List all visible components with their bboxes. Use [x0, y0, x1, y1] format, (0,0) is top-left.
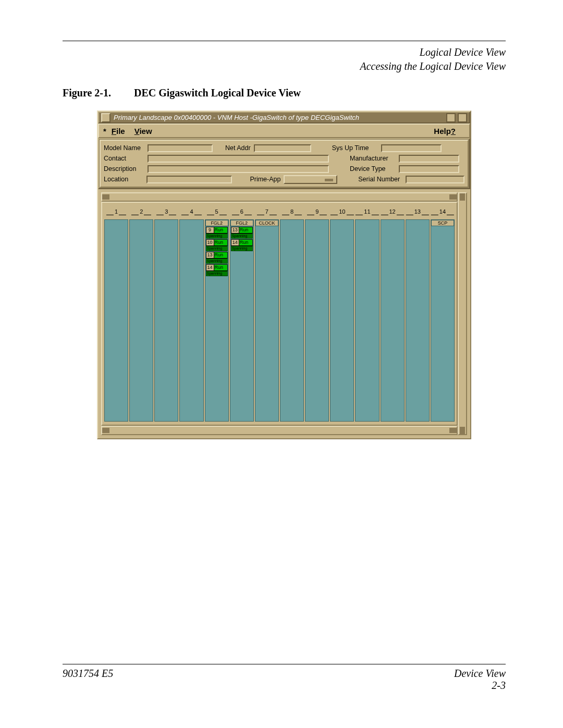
menu-file[interactable]: File: [112, 127, 125, 135]
scroll-left-icon[interactable]: [102, 428, 109, 433]
slot-3[interactable]: 3: [154, 219, 178, 422]
scroll-right-icon[interactable]: [449, 194, 457, 200]
port[interactable]: 13Run: [231, 227, 253, 233]
slot-7[interactable]: 7CLOCK: [255, 219, 279, 422]
running-header: Logical Device View Accessing the Logica…: [63, 45, 506, 73]
slot-number: 5: [215, 208, 218, 215]
port-number: 14: [231, 240, 239, 245]
field-description[interactable]: [148, 165, 329, 173]
slot-5[interactable]: 5FGL29RunSpanning10RunSpanning13RunSpann…: [205, 219, 229, 422]
scroll-up-icon[interactable]: [460, 193, 465, 201]
scroll-right-icon[interactable]: [449, 428, 457, 433]
field-manufacturer[interactable]: [399, 155, 459, 163]
scrollbar-right[interactable]: [458, 192, 467, 435]
titlebar: Primary Landscape 0x00400000 - VNM Host …: [98, 112, 470, 124]
header-section: Logical Device View: [63, 45, 506, 59]
label-contact: Contact: [104, 155, 144, 162]
slot-number: 9: [315, 208, 319, 215]
chassis-area: 12345FGL29RunSpanning10RunSpanning13RunS…: [98, 189, 470, 438]
field-net-addr[interactable]: [254, 144, 311, 152]
field-contact[interactable]: [148, 155, 329, 163]
port-status: Run: [214, 240, 227, 245]
slot-1[interactable]: 1: [104, 219, 128, 422]
menu-star[interactable]: *: [103, 127, 106, 135]
label-net-addr: Net Addr: [225, 144, 251, 152]
slot-number: 2: [140, 208, 143, 215]
menu-view[interactable]: View: [134, 127, 152, 135]
port-number: 14: [206, 265, 214, 270]
slot-2[interactable]: 2: [129, 219, 153, 422]
slot-12[interactable]: 12: [381, 219, 405, 422]
card-label: FGL2: [205, 220, 228, 226]
slot-6[interactable]: 6FGL213RunSpanning14RunSpanning: [230, 219, 254, 422]
port-status: Run: [214, 252, 227, 258]
port-spanning: Spanning: [206, 233, 228, 239]
field-model-name[interactable]: [148, 144, 213, 152]
label-sys-up-time: Sys Up Time: [332, 144, 378, 152]
field-location[interactable]: [146, 176, 232, 183]
field-sys-up-time[interactable]: [381, 144, 442, 152]
port-number: 13: [231, 227, 239, 233]
port-spanning: Spanning: [206, 271, 228, 276]
slot-number: 7: [265, 208, 268, 215]
scroll-left-icon[interactable]: [102, 194, 109, 200]
port-spanning: Spanning: [231, 233, 253, 239]
port-status: Run: [239, 240, 252, 245]
slot-10[interactable]: 10: [330, 219, 354, 422]
slot-number: 11: [364, 208, 370, 215]
field-device-type[interactable]: [399, 165, 459, 173]
footer-right-top: Device View: [454, 668, 506, 679]
slot-13[interactable]: 13: [406, 219, 430, 422]
header-rule: [63, 41, 506, 41]
card-label: FGL2: [230, 220, 253, 226]
port[interactable]: 14Run: [231, 239, 253, 246]
port-spanning: Spanning: [231, 246, 253, 251]
header-subsection: Accessing the Logical Device View: [63, 59, 506, 73]
field-serial-number[interactable]: [406, 176, 464, 183]
slot-number: 1: [115, 208, 118, 215]
port[interactable]: 10Run: [206, 239, 228, 246]
figure-caption: Figure 2-1. DEC Gigaswitch Logical Devic…: [63, 87, 506, 99]
scroll-down-icon[interactable]: [460, 427, 465, 434]
port-number: 10: [206, 240, 214, 245]
scrollbar-bottom[interactable]: [101, 426, 458, 435]
port[interactable]: 9Run: [206, 227, 228, 233]
window-maximize-button[interactable]: [458, 113, 467, 122]
port-spanning: Spanning: [206, 246, 228, 251]
label-description: Description: [104, 165, 144, 172]
label-model-name: Model Name: [104, 144, 144, 152]
port[interactable]: 14Run: [206, 264, 228, 271]
slot-number: 14: [439, 208, 446, 215]
footer-rule: [63, 664, 506, 664]
figure-title: DEC Gigaswitch Logical Device View: [134, 87, 301, 99]
footer-right-bottom: 2-3: [492, 680, 506, 691]
label-prime-app: Prime-App: [250, 176, 280, 183]
app-window: Primary Landscape 0x00400000 - VNM Host …: [97, 110, 471, 439]
info-panel-outer: Model Name Net Addr Sys Up Time Contact …: [98, 138, 470, 189]
slot-9[interactable]: 9: [305, 219, 329, 422]
scrollbar-top[interactable]: [101, 192, 458, 202]
label-location: Location: [104, 176, 143, 183]
port-status: Run: [214, 227, 227, 233]
window-menu-button[interactable]: [101, 113, 111, 122]
slot-4[interactable]: 4: [179, 219, 203, 422]
port-spanning: Spanning: [206, 258, 228, 264]
slot-number: 6: [240, 208, 243, 215]
port[interactable]: 13Run: [206, 252, 228, 258]
window-minimize-button[interactable]: [446, 113, 456, 122]
select-prime-app[interactable]: [284, 175, 337, 184]
port-status: Run: [239, 227, 252, 233]
menu-help[interactable]: Help?: [434, 127, 456, 135]
slot-14[interactable]: 14SCP: [431, 219, 455, 422]
chassis: 12345FGL29RunSpanning10RunSpanning13RunS…: [101, 202, 458, 426]
slot-number: 10: [339, 208, 345, 215]
label-serial-number: Serial Number: [358, 176, 402, 183]
slot-11[interactable]: 11: [355, 219, 379, 422]
card-label: CLOCK: [255, 220, 278, 226]
port-number: 13: [206, 252, 214, 258]
info-panel: Model Name Net Addr Sys Up Time Contact …: [100, 140, 469, 188]
slot-8[interactable]: 8: [280, 219, 304, 422]
slot-number: 13: [414, 208, 421, 215]
slot-number: 3: [165, 208, 168, 215]
footer-left: 9031754 E5: [63, 668, 113, 692]
